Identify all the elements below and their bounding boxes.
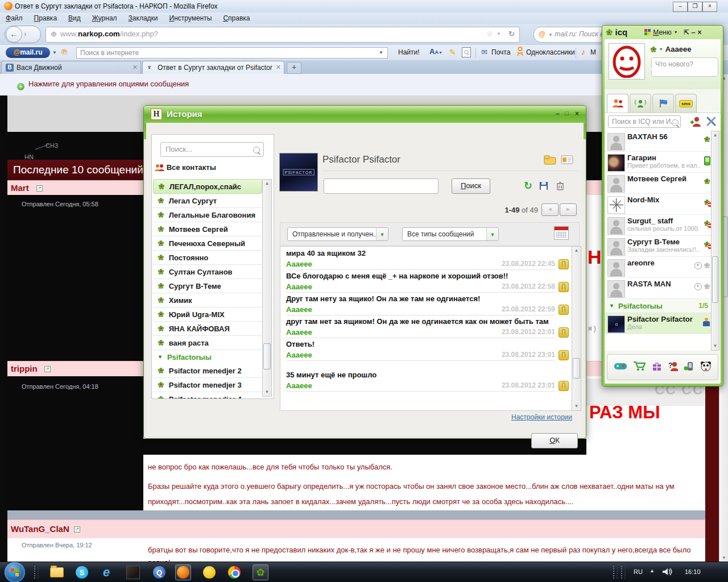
next-page-button[interactable]: ► [560, 203, 577, 216]
scroll-down-icon[interactable]: ▼ [263, 388, 271, 396]
explorer-icon[interactable] [49, 564, 65, 580]
mailru-logo-dropdown-icon[interactable]: ▼ [52, 50, 57, 55]
odnoklassniki-button[interactable]: Одноклассники [526, 48, 575, 56]
tab-vasya[interactable]: В Вася Движной ✕ [1, 61, 141, 74]
history-search-input[interactable]: Поиск... [160, 142, 264, 157]
yandex-icon[interactable] [201, 564, 217, 580]
history-contact-item[interactable]: ✿ Мотвеев Сергей [153, 222, 262, 236]
bookmark-star-icon[interactable]: ☆ [486, 27, 493, 41]
scroll-up-icon[interactable]: ▲ [712, 131, 719, 139]
attachment-note-icon[interactable] [559, 350, 569, 360]
mailru-logo[interactable]: @mail.ru [6, 47, 50, 58]
scrollbar-thumb[interactable] [573, 358, 580, 379]
history-contact-item[interactable]: ✿ Юрий Ugra-MIX [153, 307, 262, 322]
panda-icon[interactable] [700, 361, 712, 373]
expand-options-icon[interactable]: + [17, 80, 24, 90]
history-contact-item[interactable]: ✿ ЯНА КАЙФОВАЯ [153, 322, 262, 336]
settings-tools-icon[interactable] [706, 116, 717, 130]
mail-icon[interactable]: ✉ [481, 48, 487, 56]
gift-icon[interactable] [652, 361, 662, 373]
menu-item[interactable]: Правка [34, 14, 57, 22]
history-titlebar[interactable]: H История – □ × [144, 106, 586, 123]
icq-contact-row-selected[interactable]: Psifactor Psifactor Дела [605, 313, 713, 334]
search-engine-icon[interactable]: @ [534, 30, 547, 38]
image-thumbnail-icon[interactable] [125, 564, 141, 580]
icq-contact-row[interactable]: Сургут В-Теме Закладки закончились!!... … [605, 236, 713, 257]
find-button[interactable]: Найти! [398, 48, 420, 56]
music-icon[interactable]: ♪ [581, 47, 585, 56]
icq-contact-row[interactable]: Nord-Mix ✿ [605, 194, 713, 215]
contact-card-icon[interactable] [561, 155, 573, 167]
contact-list-scrollbar[interactable]: ▲ ▼ [262, 179, 272, 397]
mailru-search-input[interactable]: Поиск в интернете [76, 47, 388, 59]
history-group-header[interactable]: ▼ Psifactorыы [153, 350, 262, 364]
post-author[interactable]: WuTanG_ClaN [11, 524, 69, 534]
scroll-up-icon[interactable]: ▲ [572, 247, 581, 255]
status-flower-icon[interactable]: ✿ [650, 45, 657, 53]
tab-contacts[interactable] [607, 94, 628, 113]
minimize-icon[interactable]: – [556, 110, 560, 118]
tab-close-icon[interactable]: ✕ [133, 64, 138, 71]
history-contact-item[interactable]: ✿ Psifactor menedjer 4 [153, 392, 262, 399]
external-link-icon[interactable]: ↗ [74, 526, 80, 533]
status-input[interactable]: Что нового? [651, 57, 718, 77]
start-button[interactable] [5, 562, 25, 582]
history-contact-item[interactable]: ✿ Султан Султанов [153, 265, 262, 279]
clock[interactable]: 16:10 [685, 568, 701, 575]
taskbar-grip[interactable] [621, 566, 626, 579]
add-contact-icon[interactable] [690, 116, 701, 130]
close-icon[interactable]: × [697, 28, 701, 36]
close-button[interactable]: × [702, 2, 717, 12]
status-dropdown-icon[interactable]: ▼ [659, 47, 663, 51]
icq-titlebar[interactable]: ✿ icq Меню ▼ ⇱ – × [606, 27, 701, 37]
attachment-note-icon[interactable] [559, 381, 569, 391]
icq-mobile-icon[interactable] [684, 361, 694, 373]
forward-button[interactable]: › [24, 30, 26, 38]
icq-contact-row[interactable]: RASTA MAN ✿ [605, 278, 713, 299]
close-icon[interactable]: × [575, 110, 579, 118]
page-preview-icon[interactable] [462, 47, 471, 57]
tab-close-icon[interactable]: ✕ [276, 64, 281, 71]
dropdown-button[interactable]: ▼ [376, 228, 388, 240]
internet-explorer-icon[interactable]: e [98, 564, 114, 580]
font-size-icon[interactable]: AA▼ [429, 47, 442, 56]
tab-sms[interactable]: sms [675, 94, 697, 113]
history-contact-item[interactable]: ✿ Сургут В-Теме [153, 279, 262, 293]
menu-item[interactable]: Вид [68, 14, 81, 22]
help-icon[interactable]: ? [668, 361, 678, 373]
icq-group-header[interactable]: ▼ Psifactorыы 1/5 [605, 299, 713, 313]
calendar-icon[interactable] [554, 226, 569, 240]
menu-item[interactable]: Инструменты [169, 14, 212, 22]
icq-menu-button[interactable]: Меню [653, 28, 671, 36]
scrollbar-thumb[interactable] [712, 256, 718, 303]
icq-taskbar-icon[interactable]: ✿ [253, 564, 268, 580]
icq-search-input[interactable]: Поиск в ICQ или И... [608, 115, 681, 128]
tab-flag[interactable] [652, 94, 674, 113]
attachment-note-icon[interactable] [559, 327, 569, 338]
scroll-down-icon[interactable]: ▼ [719, 554, 728, 562]
history-contact-item[interactable]: ✿ ваня раста [153, 336, 262, 350]
back-button[interactable]: ← [6, 26, 22, 43]
chrome-icon[interactable] [226, 564, 242, 580]
menu-item[interactable]: Справка [223, 14, 250, 22]
icq-contact-row[interactable]: Гагарин Привет работаем, в нал... ✿ [605, 152, 713, 173]
history-contact-item[interactable]: ✿ Psifactor menedjer 2 [153, 364, 262, 378]
url-bar[interactable]: ⊕www.narkop.com/index.php? ☆ ▼ ↻ [46, 27, 520, 43]
icq-contact-row[interactable]: ВАХТАН 56 ✿ [605, 131, 713, 152]
history-contact-item[interactable]: ✿ Печенюха Северный [153, 236, 262, 251]
history-contact-item[interactable]: ✿ Psifactor menedjer 3 [153, 378, 262, 392]
archive-folder-icon[interactable] [544, 155, 556, 167]
scroll-down-icon[interactable]: ▼ [712, 342, 719, 350]
qip-icon[interactable]: Q [151, 564, 167, 580]
message-search-input[interactable] [324, 178, 439, 194]
music-button[interactable]: М [590, 48, 596, 56]
type-filter-dropdown[interactable]: Все типы сообщений ▼ [402, 227, 499, 241]
attachment-note-icon[interactable] [559, 305, 569, 315]
history-contact-item[interactable]: ✿ Химик [153, 293, 262, 307]
history-contact-item[interactable]: ✿ Легальные Благовония [153, 208, 262, 222]
history-contact-item[interactable]: ✿ Постоянно [153, 251, 262, 265]
tab-broadcast[interactable] [630, 94, 651, 113]
tab-narkop-active[interactable]: ♆ Ответ в Сургут закладки от Psifactor..… [142, 61, 284, 74]
taskbar-grip[interactable] [613, 566, 618, 579]
hidden-icons-chevron[interactable]: ▲ [650, 568, 655, 573]
